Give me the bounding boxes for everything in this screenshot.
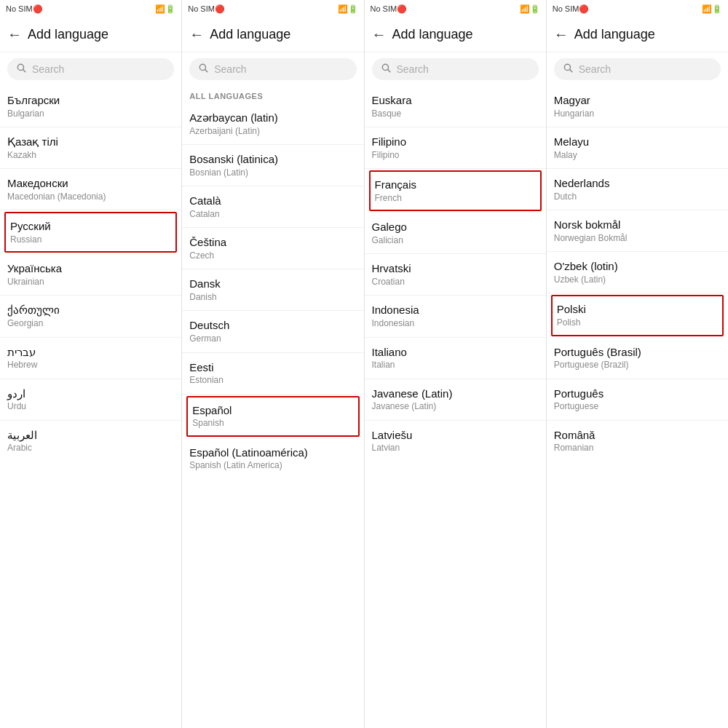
search-icon (198, 63, 208, 76)
header-2: ←Add language (182, 17, 363, 52)
list-item[interactable]: اردوUrdu (0, 379, 181, 421)
language-name: Javanese (Latin) (372, 387, 539, 401)
language-subtitle: Hungarian (554, 108, 721, 120)
list-item[interactable]: ქართულიGeorgian (0, 296, 181, 337)
language-name: Melayu (554, 135, 721, 149)
language-name: עברית (7, 345, 174, 360)
search-bar[interactable]: Search (189, 58, 356, 80)
list-item[interactable]: MelayuMalay (547, 127, 728, 169)
list-item[interactable]: Português (Brasil)Portuguese (Brazil) (547, 338, 728, 379)
svg-line-7 (569, 70, 571, 72)
status-nosim-4: No SIM🔴 (553, 4, 590, 14)
header-3: ←Add language (365, 17, 546, 52)
panel-4: ←Add languageSearchMagyarHungarianMelayu… (547, 17, 728, 728)
status-icons-1: 📶🔋 (155, 4, 175, 14)
language-subtitle: Latvian (372, 443, 539, 454)
list-item[interactable]: עבריתHebrew (0, 338, 181, 379)
list-item[interactable]: NederlandsDutch (547, 169, 728, 210)
list-item[interactable]: EuskaraBasque (365, 86, 546, 127)
list-item[interactable]: PolskiPolish (551, 295, 724, 336)
search-placeholder: Search (214, 63, 246, 75)
list-item[interactable]: GalegoGalician (365, 213, 546, 254)
list-item[interactable]: Қазақ тіліKazakh (0, 127, 181, 169)
search-icon (381, 63, 391, 76)
list-item[interactable]: HrvatskiCroatian (365, 254, 546, 296)
language-subtitle: Czech (189, 250, 356, 262)
list-item[interactable]: DeutschGerman (182, 311, 363, 352)
list-item[interactable]: EestiEstonian (182, 353, 363, 395)
language-name: Magyar (554, 93, 721, 108)
list-item[interactable]: CatalàCatalan (182, 186, 363, 228)
language-name: العربية (7, 428, 174, 443)
language-subtitle: Galician (372, 235, 539, 247)
back-button[interactable]: ← (372, 26, 387, 43)
list-item[interactable]: PortuguêsPortuguese (547, 379, 728, 421)
language-subtitle: Portuguese (Brazil) (554, 360, 721, 371)
list-item[interactable]: БългарскиBulgarian (0, 86, 181, 127)
panel-1: ←Add languageSearchБългарскиBulgarianҚаз… (0, 17, 182, 728)
page-title: Add language (28, 27, 108, 42)
list-item[interactable]: ČeštinaCzech (182, 228, 363, 269)
status-icons-4: 📶🔋 (702, 4, 722, 14)
list-item[interactable]: FilipinoFilipino (365, 127, 546, 169)
list-item[interactable]: العربيةArabic (0, 421, 181, 462)
list-item[interactable]: Azərbaycan (latin)Azerbaijani (Latin) (182, 103, 363, 145)
language-subtitle: Bosnian (Latin) (189, 167, 356, 179)
language-name: اردو (7, 387, 174, 401)
list-item[interactable]: Bosanski (latinica)Bosnian (Latin) (182, 145, 363, 186)
language-subtitle: Norwegian Bokmål (554, 233, 721, 245)
list-item[interactable]: УкраїнськаUkrainian (0, 254, 181, 296)
language-name: Italiano (372, 345, 539, 360)
search-bar[interactable]: Search (7, 58, 174, 80)
language-subtitle: Urdu (7, 401, 174, 413)
search-bar[interactable]: Search (372, 58, 539, 80)
language-subtitle: Russian (10, 234, 171, 246)
status-panel-4: No SIM🔴 📶🔋 (547, 0, 728, 17)
header-1: ←Add language (0, 17, 181, 52)
page-title: Add language (210, 27, 290, 42)
language-list: БългарскиBulgarianҚазақ тіліKazakhМакедо… (0, 86, 181, 728)
language-subtitle: Polish (557, 317, 718, 329)
language-name: Eesti (189, 360, 356, 375)
language-subtitle: Hebrew (7, 360, 174, 371)
list-item[interactable]: ItalianoItalian (365, 338, 546, 379)
language-subtitle: Basque (372, 108, 539, 120)
list-item[interactable]: EspañolSpanish (186, 396, 359, 437)
language-name: Română (554, 428, 721, 443)
svg-line-3 (205, 70, 207, 72)
back-button[interactable]: ← (554, 26, 569, 43)
language-name: Қазақ тілі (7, 135, 174, 149)
language-list: Azərbaycan (latin)Azerbaijani (Latin)Bos… (182, 103, 363, 728)
status-nosim-2: No SIM🔴 (188, 4, 225, 14)
list-item[interactable]: Javanese (Latin)Javanese (Latin) (365, 379, 546, 421)
language-name: Dansk (189, 277, 356, 291)
language-name: Euskara (372, 93, 539, 108)
language-subtitle: Bulgarian (7, 108, 174, 120)
search-placeholder: Search (32, 63, 64, 75)
language-name: Русский (10, 219, 171, 234)
list-item[interactable]: DanskDanish (182, 269, 363, 311)
language-subtitle: Georgian (7, 318, 174, 330)
search-bar[interactable]: Search (554, 58, 721, 80)
list-item[interactable]: Español (Latinoamérica)Spanish (Latin Am… (182, 438, 363, 479)
list-item[interactable]: Norsk bokmålNorwegian Bokmål (547, 210, 728, 252)
status-icons-2: 📶🔋 (338, 4, 358, 14)
list-item[interactable]: FrançaisFrench (369, 170, 542, 211)
language-subtitle: Catalan (189, 209, 356, 221)
language-name: Galego (372, 220, 539, 234)
list-item[interactable]: MagyarHungarian (547, 86, 728, 127)
list-item[interactable]: МакедонскиMacedonian (Macedonia) (0, 169, 181, 210)
list-item[interactable]: RomânăRomanian (547, 421, 728, 462)
list-item[interactable]: IndonesiaIndonesian (365, 296, 546, 337)
language-name: Català (189, 194, 356, 208)
back-button[interactable]: ← (7, 26, 22, 43)
list-item[interactable]: O'zbek (lotin)Uzbek (Latin) (547, 252, 728, 293)
panel-3: ←Add languageSearchEuskaraBasqueFilipino… (365, 17, 547, 728)
back-button[interactable]: ← (189, 26, 204, 43)
language-subtitle: Portuguese (554, 401, 721, 413)
language-name: Português (Brasil) (554, 345, 721, 360)
language-subtitle: Malay (554, 150, 721, 162)
list-item[interactable]: LatviešuLatvian (365, 421, 546, 462)
language-subtitle: Danish (189, 292, 356, 304)
list-item[interactable]: РусскийRussian (4, 212, 177, 253)
